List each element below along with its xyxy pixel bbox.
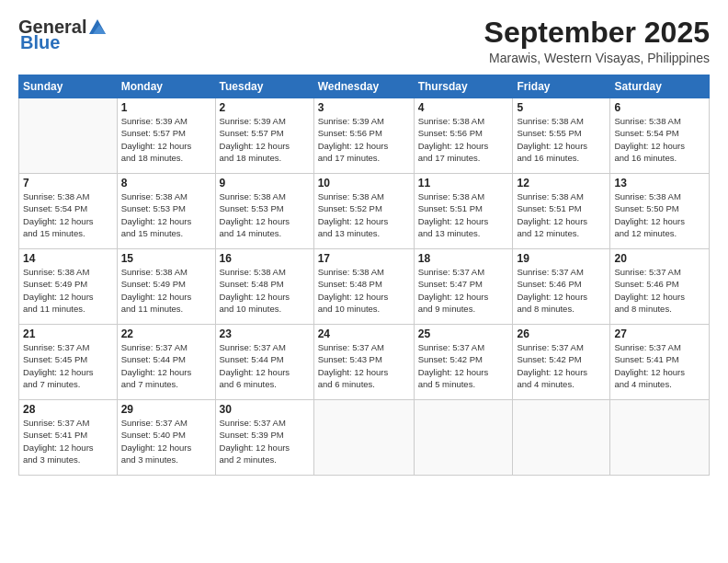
calendar-cell: 17Sunrise: 5:38 AMSunset: 5:48 PMDayligh… bbox=[313, 249, 414, 325]
calendar-cell: 24Sunrise: 5:37 AMSunset: 5:43 PMDayligh… bbox=[313, 325, 414, 400]
day-info: Sunrise: 5:37 AMSunset: 5:41 PMDaylight:… bbox=[23, 417, 113, 465]
col-friday: Friday bbox=[513, 75, 610, 98]
day-number: 30 bbox=[220, 403, 310, 416]
day-info: Sunrise: 5:37 AMSunset: 5:44 PMDaylight:… bbox=[121, 341, 211, 390]
calendar-cell: 19Sunrise: 5:37 AMSunset: 5:46 PMDayligh… bbox=[513, 249, 610, 325]
week-row-5: 28Sunrise: 5:37 AMSunset: 5:41 PMDayligh… bbox=[19, 400, 710, 476]
day-number: 3 bbox=[318, 101, 410, 114]
day-info: Sunrise: 5:37 AMSunset: 5:42 PMDaylight:… bbox=[418, 341, 509, 390]
calendar-cell: 9Sunrise: 5:38 AMSunset: 5:53 PMDaylight… bbox=[215, 174, 313, 249]
page: General Blue September 2025 Marawis, Wes… bbox=[0, 0, 728, 563]
week-row-2: 7Sunrise: 5:38 AMSunset: 5:54 PMDaylight… bbox=[19, 174, 710, 249]
calendar-cell: 20Sunrise: 5:37 AMSunset: 5:46 PMDayligh… bbox=[610, 249, 710, 325]
col-monday: Monday bbox=[117, 75, 215, 98]
day-info: Sunrise: 5:37 AMSunset: 5:46 PMDaylight:… bbox=[517, 266, 606, 315]
calendar-cell: 13Sunrise: 5:38 AMSunset: 5:50 PMDayligh… bbox=[610, 174, 710, 249]
col-sunday: Sunday bbox=[19, 75, 118, 98]
day-info: Sunrise: 5:38 AMSunset: 5:49 PMDaylight:… bbox=[121, 266, 211, 315]
day-number: 25 bbox=[418, 327, 509, 340]
day-number: 15 bbox=[121, 252, 211, 265]
calendar-cell bbox=[513, 400, 610, 476]
day-info: Sunrise: 5:38 AMSunset: 5:51 PMDaylight:… bbox=[517, 190, 606, 239]
calendar-cell: 14Sunrise: 5:38 AMSunset: 5:49 PMDayligh… bbox=[19, 249, 118, 325]
day-info: Sunrise: 5:38 AMSunset: 5:54 PMDaylight:… bbox=[614, 115, 705, 164]
calendar-cell: 10Sunrise: 5:38 AMSunset: 5:52 PMDayligh… bbox=[313, 174, 414, 249]
calendar-cell bbox=[313, 400, 414, 476]
calendar-cell: 27Sunrise: 5:37 AMSunset: 5:41 PMDayligh… bbox=[610, 325, 710, 400]
calendar-cell: 16Sunrise: 5:38 AMSunset: 5:48 PMDayligh… bbox=[215, 249, 313, 325]
calendar-table: Sunday Monday Tuesday Wednesday Thursday… bbox=[18, 75, 710, 476]
day-number: 27 bbox=[614, 327, 705, 340]
day-number: 10 bbox=[318, 177, 410, 190]
calendar-cell: 2Sunrise: 5:39 AMSunset: 5:57 PMDaylight… bbox=[215, 98, 313, 174]
calendar-header-row: Sunday Monday Tuesday Wednesday Thursday… bbox=[19, 75, 710, 98]
day-number: 9 bbox=[220, 177, 310, 190]
day-info: Sunrise: 5:38 AMSunset: 5:53 PMDaylight:… bbox=[220, 190, 310, 239]
day-info: Sunrise: 5:37 AMSunset: 5:39 PMDaylight:… bbox=[220, 417, 310, 465]
calendar-cell: 5Sunrise: 5:38 AMSunset: 5:55 PMDaylight… bbox=[513, 98, 610, 174]
day-info: Sunrise: 5:37 AMSunset: 5:44 PMDaylight:… bbox=[220, 341, 310, 390]
logo: General Blue bbox=[18, 17, 108, 53]
calendar-cell: 30Sunrise: 5:37 AMSunset: 5:39 PMDayligh… bbox=[215, 400, 313, 476]
day-number: 11 bbox=[418, 177, 509, 190]
calendar-cell: 7Sunrise: 5:38 AMSunset: 5:54 PMDaylight… bbox=[19, 174, 118, 249]
day-info: Sunrise: 5:38 AMSunset: 5:54 PMDaylight:… bbox=[23, 190, 113, 239]
day-info: Sunrise: 5:38 AMSunset: 5:49 PMDaylight:… bbox=[23, 266, 113, 315]
day-number: 7 bbox=[23, 177, 113, 190]
day-info: Sunrise: 5:38 AMSunset: 5:56 PMDaylight:… bbox=[418, 115, 509, 164]
col-wednesday: Wednesday bbox=[313, 75, 414, 98]
day-info: Sunrise: 5:38 AMSunset: 5:51 PMDaylight:… bbox=[418, 190, 509, 239]
day-number: 13 bbox=[614, 177, 705, 190]
day-info: Sunrise: 5:38 AMSunset: 5:55 PMDaylight:… bbox=[517, 115, 606, 164]
calendar-cell: 11Sunrise: 5:38 AMSunset: 5:51 PMDayligh… bbox=[414, 174, 513, 249]
logo-blue: Blue bbox=[20, 32, 60, 53]
col-saturday: Saturday bbox=[610, 75, 710, 98]
calendar-cell: 26Sunrise: 5:37 AMSunset: 5:42 PMDayligh… bbox=[513, 325, 610, 400]
calendar-cell: 1Sunrise: 5:39 AMSunset: 5:57 PMDaylight… bbox=[117, 98, 215, 174]
day-number: 2 bbox=[220, 101, 310, 114]
calendar-cell: 22Sunrise: 5:37 AMSunset: 5:44 PMDayligh… bbox=[117, 325, 215, 400]
day-number: 19 bbox=[517, 252, 606, 265]
day-number: 17 bbox=[318, 252, 410, 265]
day-number: 22 bbox=[121, 327, 211, 340]
day-info: Sunrise: 5:38 AMSunset: 5:48 PMDaylight:… bbox=[318, 266, 410, 315]
day-info: Sunrise: 5:37 AMSunset: 5:43 PMDaylight:… bbox=[318, 341, 410, 390]
day-info: Sunrise: 5:38 AMSunset: 5:48 PMDaylight:… bbox=[220, 266, 310, 315]
day-info: Sunrise: 5:37 AMSunset: 5:40 PMDaylight:… bbox=[121, 417, 211, 465]
header: General Blue September 2025 Marawis, Wes… bbox=[18, 17, 710, 65]
col-thursday: Thursday bbox=[414, 75, 513, 98]
day-info: Sunrise: 5:38 AMSunset: 5:52 PMDaylight:… bbox=[318, 190, 410, 239]
day-number: 14 bbox=[23, 252, 113, 265]
day-info: Sunrise: 5:38 AMSunset: 5:50 PMDaylight:… bbox=[614, 190, 705, 239]
day-info: Sunrise: 5:39 AMSunset: 5:57 PMDaylight:… bbox=[220, 115, 310, 164]
calendar-cell: 29Sunrise: 5:37 AMSunset: 5:40 PMDayligh… bbox=[117, 400, 215, 476]
day-info: Sunrise: 5:39 AMSunset: 5:57 PMDaylight:… bbox=[121, 115, 211, 164]
calendar-cell bbox=[610, 400, 710, 476]
day-number: 12 bbox=[517, 177, 606, 190]
week-row-3: 14Sunrise: 5:38 AMSunset: 5:49 PMDayligh… bbox=[19, 249, 710, 325]
title-block: September 2025 Marawis, Western Visayas,… bbox=[484, 17, 710, 65]
day-number: 1 bbox=[121, 101, 211, 114]
calendar-cell: 8Sunrise: 5:38 AMSunset: 5:53 PMDaylight… bbox=[117, 174, 215, 249]
calendar-cell: 25Sunrise: 5:37 AMSunset: 5:42 PMDayligh… bbox=[414, 325, 513, 400]
calendar-cell: 21Sunrise: 5:37 AMSunset: 5:45 PMDayligh… bbox=[19, 325, 118, 400]
day-number: 8 bbox=[121, 177, 211, 190]
day-number: 21 bbox=[23, 327, 113, 340]
calendar-cell: 18Sunrise: 5:37 AMSunset: 5:47 PMDayligh… bbox=[414, 249, 513, 325]
day-info: Sunrise: 5:37 AMSunset: 5:46 PMDaylight:… bbox=[614, 266, 705, 315]
day-number: 28 bbox=[23, 403, 113, 416]
day-info: Sunrise: 5:38 AMSunset: 5:53 PMDaylight:… bbox=[121, 190, 211, 239]
calendar-cell: 12Sunrise: 5:38 AMSunset: 5:51 PMDayligh… bbox=[513, 174, 610, 249]
calendar-cell bbox=[414, 400, 513, 476]
col-tuesday: Tuesday bbox=[215, 75, 313, 98]
calendar-cell: 6Sunrise: 5:38 AMSunset: 5:54 PMDaylight… bbox=[610, 98, 710, 174]
day-info: Sunrise: 5:37 AMSunset: 5:42 PMDaylight:… bbox=[517, 341, 606, 390]
day-number: 16 bbox=[220, 252, 310, 265]
day-number: 5 bbox=[517, 101, 606, 114]
day-number: 24 bbox=[318, 327, 410, 340]
location: Marawis, Western Visayas, Philippines bbox=[484, 51, 710, 65]
logo-icon bbox=[87, 17, 108, 38]
calendar-cell: 15Sunrise: 5:38 AMSunset: 5:49 PMDayligh… bbox=[117, 249, 215, 325]
day-number: 4 bbox=[418, 101, 509, 114]
day-info: Sunrise: 5:37 AMSunset: 5:41 PMDaylight:… bbox=[614, 341, 705, 390]
